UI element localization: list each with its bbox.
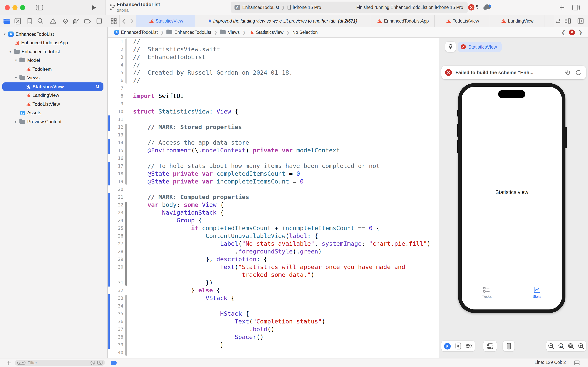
refresh-icon[interactable] — [575, 69, 581, 76]
tab-landingview[interactable]: LandingView — [490, 15, 545, 27]
code-line-37[interactable]: 37 .bold() — [108, 325, 439, 333]
chevron-right-icon[interactable]: ▸ — [14, 120, 18, 124]
tab-enhancedtodolistapp[interactable]: EnhancedTodoListApp — [371, 15, 435, 27]
preview-tag[interactable]: ✕ StatisticsView — [458, 42, 502, 52]
code-line-23[interactable]: 23 NavigationStack { — [108, 209, 439, 217]
project-navigator-button[interactable] — [2, 16, 11, 26]
bookmarks-navigator-button[interactable] — [25, 16, 34, 26]
phone-tab-stats[interactable]: Stats — [512, 286, 562, 299]
add-editor-icon[interactable] — [578, 18, 584, 24]
code-line-5[interactable]: 5// Created by Russell Gordon on 2024-01… — [108, 69, 439, 77]
code-line-11[interactable]: 11 — [108, 116, 439, 123]
code-line-13[interactable]: 13 — [108, 131, 439, 139]
sidebar-item-enhancedtodolistapp[interactable]: EnhancedTodoListApp — [0, 39, 108, 47]
breakpoints-navigator-button[interactable] — [83, 16, 92, 26]
code-line-22[interactable]: 22 var body: some View { — [108, 201, 439, 209]
new-tab-button[interactable] — [557, 3, 567, 12]
sidebar-item-assets[interactable]: Assets — [0, 108, 108, 117]
source-editor[interactable]: 1//2// StatisticsView.swift3// EnhancedT… — [108, 38, 439, 358]
code-line-14[interactable]: 14 // Access the app data store — [108, 139, 439, 147]
sidebar-item-todoitem[interactable]: TodoItem — [0, 65, 108, 74]
tests-navigator-button[interactable] — [61, 16, 70, 26]
zoom-window-button[interactable] — [20, 5, 25, 10]
code-line-8[interactable]: 8import SwiftUI — [108, 92, 439, 100]
back-button[interactable] — [120, 15, 127, 27]
changes-navigator-button[interactable] — [13, 16, 22, 26]
code-line-26[interactable]: 26 ContentUnavailableView(label: { — [108, 232, 439, 240]
error-badge-icon[interactable]: ✕ — [468, 4, 474, 10]
code-line-6[interactable]: 6// — [108, 77, 439, 84]
add-file-button[interactable] — [6, 360, 11, 366]
tab-overview-button[interactable] — [108, 15, 120, 27]
tab-commit[interactable]: # Improved the landing view so we c...It… — [195, 15, 371, 27]
chevron-down-icon[interactable]: ▾ — [3, 32, 7, 36]
code-line-33[interactable]: 33 VStack { — [108, 294, 439, 302]
run-button[interactable] — [89, 3, 99, 12]
zoom-100-icon[interactable]: 1 — [558, 343, 565, 349]
code-line-40[interactable]: 40 — [108, 349, 439, 357]
phone-icon[interactable] — [506, 343, 511, 349]
code-line-20[interactable]: 20 — [108, 185, 439, 193]
chevron-down-icon[interactable]: ▾ — [14, 58, 18, 62]
chevron-down-icon[interactable]: ▾ — [14, 76, 18, 80]
sidebar-item-enhancedtodolist[interactable]: ▾EnhancedTodoList — [0, 47, 108, 56]
zoom-out-icon[interactable] — [548, 343, 555, 349]
issues-navigator-button[interactable] — [48, 16, 58, 26]
code-line-39[interactable]: 39 } — [108, 341, 439, 349]
sidebar-item-views[interactable]: ▾Views — [0, 74, 108, 82]
close-window-button[interactable] — [5, 5, 10, 10]
code-line-24[interactable]: 24 Group { — [108, 217, 439, 224]
preview-screen[interactable]: Statistics view TasksStats — [462, 87, 562, 309]
live-preview-button[interactable] — [444, 342, 451, 350]
code-line-1[interactable]: 1// — [108, 38, 439, 45]
code-line-25[interactable]: 25 if completedItemsCount + incompleteIt… — [108, 224, 439, 232]
cloud-sync-icon[interactable] — [483, 4, 492, 10]
pin-preview-button[interactable] — [445, 42, 456, 52]
toggle-left-sidebar-button[interactable] — [34, 3, 44, 12]
sidebar-item-landingview[interactable]: LandingView — [0, 91, 108, 100]
tab-toc[interactable]: Toc — [545, 15, 554, 27]
editor-focus-icon[interactable] — [574, 360, 580, 366]
code-line-31[interactable]: 31 }) — [108, 279, 439, 286]
sidebar-item-preview-content[interactable]: ▸Preview Content — [0, 117, 108, 126]
diagnostics-icon[interactable] — [564, 69, 571, 76]
swap-editors-icon[interactable] — [555, 18, 561, 24]
code-line-9[interactable]: 9 — [108, 100, 439, 108]
chevron-down-icon[interactable]: ▾ — [8, 50, 12, 54]
code-line-27[interactable]: 27 Label("No stats available", systemIma… — [108, 240, 439, 248]
minimize-window-button[interactable] — [12, 5, 17, 10]
build-error-banner[interactable]: ✕ Failed to build the scheme “Enh... — [441, 66, 586, 79]
activity-status-bar[interactable]: A EnhancedTodoList ❯ iPhone 15 Pro Finis… — [231, 1, 468, 13]
code-line-19[interactable]: 19 @State private var incompleteItemsCou… — [108, 178, 439, 185]
editor-options-icon[interactable] — [564, 18, 571, 24]
code-line-10[interactable]: 10struct StatisticsView: View { — [108, 108, 439, 116]
code-line-12[interactable]: 12 // MARK: Stored properties — [108, 123, 439, 131]
code-line-30[interactable]: 30 Text("Statistics will appear once you… — [108, 263, 439, 271]
code-line-4[interactable]: 4// — [108, 61, 439, 69]
selectable-preview-button[interactable] — [456, 342, 462, 350]
code-line-36[interactable]: 36 Text("Completion status") — [108, 318, 439, 325]
code-line-3[interactable]: 3// EnhancedTodoList — [108, 53, 439, 61]
phone-tab-tasks[interactable]: Tasks — [462, 286, 512, 299]
breakpoints-toggle[interactable] — [111, 361, 117, 365]
run-destination[interactable]: iPhone 15 Pro — [293, 5, 321, 10]
debug-navigator-button[interactable] — [71, 16, 81, 26]
code-line-2[interactable]: 2// StatisticsView.swift — [108, 45, 439, 53]
reports-navigator-button[interactable] — [94, 16, 104, 26]
code-line-38[interactable]: 38 Spacer() — [108, 333, 439, 341]
code-line-17[interactable]: 17 // To hold stats about how many items… — [108, 162, 439, 170]
zoom-fit-icon[interactable] — [568, 343, 575, 349]
tab-todolistview[interactable]: TodoListView — [435, 15, 490, 27]
zoom-in-icon[interactable] — [578, 343, 585, 349]
code-line-34[interactable]: 34 — [108, 302, 439, 310]
code-line-29[interactable]: 29 }, description: { — [108, 255, 439, 263]
sidebar-item-model[interactable]: ▾Model — [0, 56, 108, 65]
code-line-28[interactable]: 28 .foregroundStyle(.green) — [108, 248, 439, 255]
code-line-15[interactable]: 15 @Environment(\.modelContext) private … — [108, 147, 439, 154]
code-line-32[interactable]: 32 } else { — [108, 286, 439, 294]
code-line-18[interactable]: 18 @State private var completedItemsCoun… — [108, 170, 439, 178]
code-line-21[interactable]: 21 // MARK: Computed properties — [108, 193, 439, 201]
find-navigator-button[interactable] — [36, 16, 45, 26]
variants-grid-button[interactable] — [466, 343, 472, 349]
toggles-icon[interactable] — [487, 343, 493, 349]
